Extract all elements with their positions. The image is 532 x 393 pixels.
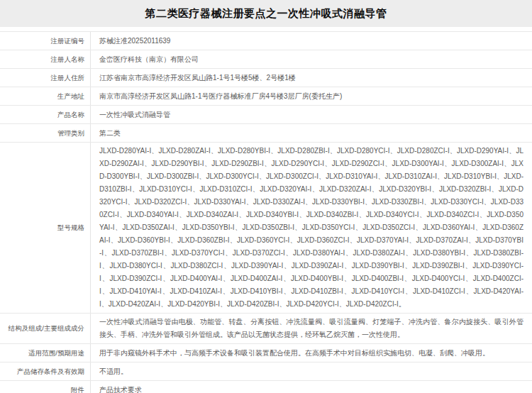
scope-of-use-value: 用于非内窥镜外科手术中，与高频手术设备和吸引装置配合使用。在高频手术中对目标组织… xyxy=(91,344,532,362)
attachment-value: 产品技术要求 xyxy=(91,381,532,393)
registrant-address-value: 江苏省南京市高淳经济开发区凤山路1-1号1号楼5楼、2号楼1楼 xyxy=(91,69,532,87)
management-class-value: 第二类 xyxy=(91,124,532,142)
page-title-text: 第二类医疗器械注册要点之一次性冲吸式消融导管 xyxy=(145,7,387,21)
storage-validity-value: 不适用。 xyxy=(91,362,532,380)
table-row-attachment: 附件 产品技术要求 xyxy=(0,381,532,393)
registration-details-table: 注册证编号 苏械注准20252011639 注册人名称 金峦医疗科技（南京）有限… xyxy=(0,31,532,393)
production-address-label: 生产地址 xyxy=(0,87,91,105)
attachment-label: 附件 xyxy=(0,381,91,393)
product-name-label: 产品名称 xyxy=(0,106,91,123)
table-row-model-specs: 型号规格 JLXD-D280YAI-I、JLXD-D280ZAI-I、JLXD-… xyxy=(0,143,532,314)
table-row-structure-composition: 结构及组成/主要组成成分 一次性冲吸式消融导管由电极、功能管、转盘、分离按钮、冲… xyxy=(0,314,532,344)
table-row-production-address: 生产地址 南京市高淳经济开发区凤山路1-1号医疗器械标准厂房4号楼3层厂房(委托… xyxy=(0,87,532,106)
production-address-value: 南京市高淳经济开发区凤山路1-1号医疗器械标准厂房4号楼3层厂房(委托生产) xyxy=(91,87,532,105)
registrant-address-label: 注册人住所 xyxy=(0,69,91,87)
structure-composition-label: 结构及组成/主要组成成分 xyxy=(0,314,91,343)
table-row-management-class: 管理类别 第二类 xyxy=(0,124,532,143)
product-name-value: 一次性冲吸式消融导管 xyxy=(91,106,532,123)
cert-number-value: 苏械注准20252011639 xyxy=(91,32,532,50)
registrant-name-value: 金峦医疗科技（南京）有限公司 xyxy=(91,50,532,68)
model-specs-label: 型号规格 xyxy=(0,143,91,313)
table-row-registrant-address: 注册人住所 江苏省南京市高淳经济开发区凤山路1-1号1号楼5楼、2号楼1楼 xyxy=(0,69,532,87)
cert-number-label: 注册证编号 xyxy=(0,32,91,50)
registrant-name-label: 注册人名称 xyxy=(0,50,91,68)
page-title: 第二类医疗器械注册要点之一次性冲吸式消融导管 xyxy=(0,0,532,27)
table-row-storage-validity: 产品储存条件及有效期 不适用。 xyxy=(0,362,532,381)
model-specs-value: JLXD-D280YAI-I、JLXD-D280ZAI-I、JLXD-D280Y… xyxy=(91,143,532,313)
table-row-registrant-name: 注册人名称 金峦医疗科技（南京）有限公司 xyxy=(0,50,532,69)
storage-validity-label: 产品储存条件及有效期 xyxy=(0,362,91,380)
table-row-product-name: 产品名称 一次性冲吸式消融导管 xyxy=(0,106,532,124)
management-class-label: 管理类别 xyxy=(0,124,91,142)
table-row-scope-of-use: 适用范围/预期用途 用于非内窥镜外科手术中，与高频手术设备和吸引装置配合使用。在… xyxy=(0,344,532,362)
structure-composition-value: 一次性冲吸式消融导管由电极、功能管、转盘、分离按钮、冲洗流量阀、吸引流量阀、灯笼… xyxy=(91,314,532,343)
scope-of-use-label: 适用范围/预期用途 xyxy=(0,344,91,362)
table-row-cert-number: 注册证编号 苏械注准20252011639 xyxy=(0,32,532,50)
